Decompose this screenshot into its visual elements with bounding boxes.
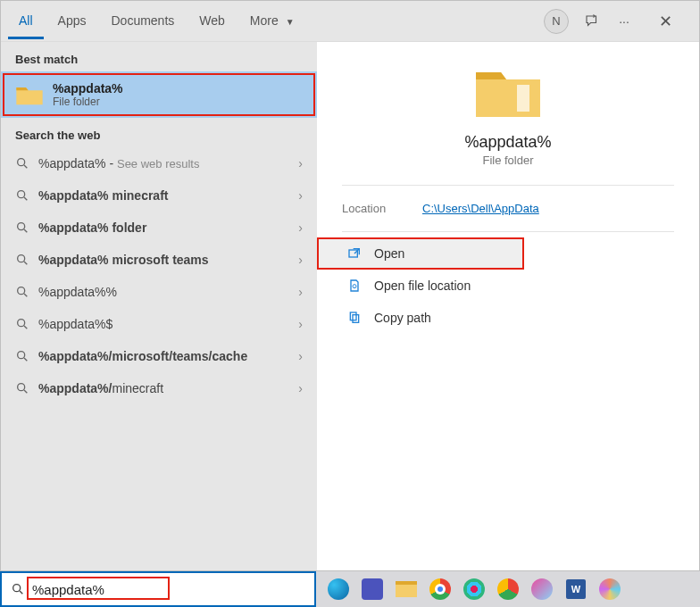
filter-tabs: All Apps Documents Web More ▼ N ··· ✕ <box>1 1 699 42</box>
search-icon <box>15 285 29 299</box>
app-word[interactable]: W <box>561 575 591 603</box>
search-icon <box>15 317 29 331</box>
best-match-title: %appdata% <box>53 81 123 96</box>
web-result[interactable]: %appdata% minecraft › <box>1 179 317 212</box>
web-result[interactable]: %appdata% - See web results › <box>1 147 317 179</box>
svg-point-6 <box>18 255 25 262</box>
svg-point-8 <box>18 287 25 295</box>
file-location-icon <box>347 279 362 293</box>
web-result[interactable]: %appdata% microsoft teams › <box>1 244 317 276</box>
preview-pane: %appdata% File folder Location C:\Users\… <box>317 42 699 570</box>
svg-point-2 <box>18 191 25 198</box>
svg-line-5 <box>24 229 27 232</box>
taskbar-search[interactable] <box>0 571 316 607</box>
svg-point-4 <box>18 223 25 230</box>
search-icon <box>11 582 25 596</box>
best-match-item[interactable]: %appdata% File folder <box>1 71 317 118</box>
best-match-subtitle: File folder <box>53 96 123 108</box>
svg-line-3 <box>24 197 27 200</box>
svg-line-22 <box>20 591 22 594</box>
app-teams[interactable] <box>357 575 388 603</box>
web-result[interactable]: %appdata%/microsoft/teams/cache › <box>1 340 317 372</box>
app-chrome-alt[interactable] <box>493 575 523 603</box>
action-copy-path[interactable]: Copy path <box>317 302 699 334</box>
folder-icon-large <box>472 60 544 122</box>
chevron-right-icon: › <box>298 285 303 299</box>
location-label: Location <box>342 202 422 215</box>
preview-subtitle: File folder <box>482 154 533 167</box>
user-avatar[interactable]: N <box>544 9 569 34</box>
taskbar: W <box>0 571 700 607</box>
location-link[interactable]: C:\Users\Dell\AppData <box>422 202 539 215</box>
feedback-icon[interactable] <box>583 12 601 30</box>
app-slack[interactable] <box>459 575 489 603</box>
app-paint[interactable] <box>595 575 625 603</box>
action-open[interactable]: Open <box>317 237 524 270</box>
web-result[interactable]: %appdata%% › <box>1 276 317 308</box>
tab-all[interactable]: All <box>8 3 44 39</box>
preview-title: %appdata% <box>464 133 551 152</box>
more-icon[interactable]: ··· <box>615 12 633 30</box>
results-list: Best match %appdata% File folder Search … <box>1 42 317 570</box>
svg-point-10 <box>18 320 25 327</box>
search-icon <box>15 156 29 170</box>
chevron-right-icon: › <box>298 317 303 331</box>
svg-point-12 <box>18 352 25 359</box>
svg-line-9 <box>24 294 27 296</box>
search-web-label: Search the web <box>1 118 317 147</box>
svg-point-21 <box>13 585 21 592</box>
svg-rect-19 <box>350 312 356 320</box>
search-input[interactable] <box>32 582 305 597</box>
search-icon <box>15 253 29 267</box>
chevron-right-icon: › <box>298 220 303 235</box>
svg-rect-16 <box>517 85 529 112</box>
app-chrome[interactable] <box>425 575 455 603</box>
svg-line-13 <box>24 358 27 361</box>
app-edge[interactable] <box>323 575 354 603</box>
close-icon[interactable]: ✕ <box>647 8 683 35</box>
chevron-right-icon: › <box>298 188 303 203</box>
tab-documents[interactable]: Documents <box>100 3 185 39</box>
chevron-right-icon: › <box>298 253 303 267</box>
web-result[interactable]: %appdata% folder › <box>1 212 317 244</box>
tab-apps[interactable]: Apps <box>47 3 97 39</box>
search-icon <box>15 349 29 363</box>
chevron-down-icon: ▼ <box>286 17 295 27</box>
chevron-right-icon: › <box>298 349 303 363</box>
svg-point-0 <box>18 159 25 166</box>
svg-line-1 <box>24 165 27 168</box>
search-icon <box>15 381 29 395</box>
action-open-file-location[interactable]: Open file location <box>317 270 699 302</box>
svg-point-14 <box>18 384 25 391</box>
search-icon <box>15 220 29 235</box>
web-result[interactable]: %appdata%$ › <box>1 308 317 340</box>
app-snip[interactable] <box>527 575 557 603</box>
svg-rect-20 <box>353 315 359 323</box>
taskbar-apps: W <box>316 575 625 603</box>
windows-search-panel: All Apps Documents Web More ▼ N ··· ✕ Be… <box>0 0 700 571</box>
svg-point-18 <box>353 285 356 288</box>
folder-icon <box>15 80 44 109</box>
web-result[interactable]: %appdata%/minecraft › <box>1 372 317 404</box>
best-match-label: Best match <box>1 42 317 71</box>
tab-web[interactable]: Web <box>188 3 236 39</box>
chevron-right-icon: › <box>298 156 303 170</box>
svg-line-7 <box>24 262 27 264</box>
copy-icon <box>347 311 362 325</box>
svg-line-15 <box>24 390 27 393</box>
open-icon <box>347 246 362 261</box>
app-explorer[interactable] <box>391 575 421 603</box>
tab-more[interactable]: More ▼ <box>239 3 305 39</box>
search-icon <box>15 188 29 203</box>
chevron-right-icon: › <box>298 381 303 395</box>
svg-line-11 <box>24 326 27 328</box>
